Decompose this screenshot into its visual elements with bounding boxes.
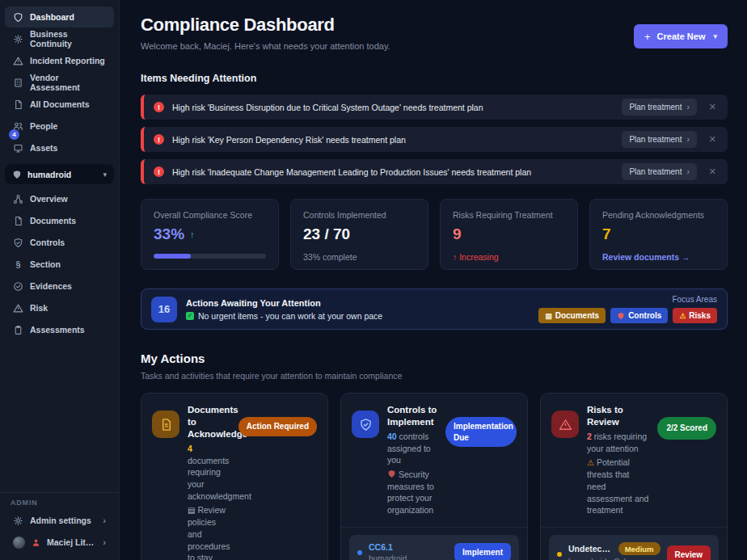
shield-check-icon [352,411,379,438]
stat-card-controls-implemented: Controls Implemented 23 / 70 33% complet… [290,199,428,270]
focus-tag-risks[interactable]: ⚠ Risks [673,308,717,323]
sidebar-item-label: Dashboard [30,12,74,22]
sidebar-item-assessments[interactable]: Assessments [5,319,114,340]
arrow-right-icon: → [682,252,690,262]
admin-settings-label: Admin settings [30,516,91,525]
admin-section-label: ADMIN [0,499,119,507]
alert-icon: ! [154,102,164,112]
card-risks-to-review: Risks to Review 2 risks requiring your a… [540,393,728,560]
stat-value: 33% [154,225,184,243]
check-icon: ✓ [186,312,194,320]
stat-value: 7 [602,225,611,243]
status-dot [557,552,562,557]
my-actions-heading: My Actions [141,352,728,365]
file-icon [13,99,23,110]
action-required-badge[interactable]: Action Required [238,417,317,436]
sidebar-item-people[interactable]: People 4 [5,116,114,137]
check-circle-icon [13,281,23,292]
card-desc: Potential threats that need assessment a… [587,457,648,515]
plan-treatment-label: Plan treatment [629,103,682,112]
review-documents-label: Review documents [602,252,679,262]
alert-icon: ! [154,134,164,145]
sidebar-item-label: Vendor Assessment [30,73,106,92]
sidebar: Dashboard Business Continuity Incident R… [0,0,120,560]
sidebar-item-incident-reporting[interactable]: Incident Reporting [5,50,114,71]
alert-text: High risk 'Business Disruption due to Cr… [172,103,614,112]
document-icon [152,411,179,438]
sidebar-item-controls[interactable]: Controls [5,232,114,253]
shield-check-icon [13,238,23,248]
card-documents-to-acknowledge: Documents to Acknowledge 4 documents req… [141,393,328,560]
card-count-text: documents requiring your acknowledgment [188,456,251,501]
org-logo-icon [12,170,22,179]
document-icon: ▤ [188,506,195,515]
sidebar-item-label: All Documents [30,99,90,109]
sidebar-item-label: Assessments [30,325,85,335]
chevron-right-icon: › [686,135,689,144]
plus-icon: + [644,31,651,43]
file-icon [13,216,23,226]
sidebar-item-vendor-assessment[interactable]: Vendor Assessment [5,72,114,93]
stat-note: Increasing [459,252,498,262]
sidebar-item-label: Section [30,259,61,269]
sidebar-item-dashboard[interactable]: Dashboard [5,6,114,27]
sidebar-item-overview[interactable]: Overview [5,188,114,209]
chevron-down-icon: ▾ [103,171,107,179]
dismiss-button[interactable]: ✕ [705,133,720,146]
stat-label: Overall Compliance Score [154,210,266,220]
attention-item: ! High risk 'Key Person Dependency Risk'… [141,127,728,152]
attention-item: ! High risk 'Business Disruption due to … [141,95,728,120]
create-new-label: Create New [657,32,706,41]
stat-label: Controls Implemented [303,210,416,220]
banner-message: No urgent items - you can work at your o… [198,311,382,321]
shield-icon [387,469,396,478]
banner-title: Actions Awaiting Your Attention [186,298,382,308]
sidebar-item-risk[interactable]: Risk [5,297,114,318]
create-new-button[interactable]: + Create New ▾ [634,24,728,48]
risk-name: Undetected Securit... [568,544,613,554]
implementation-due-badge[interactable]: Implementation Due [445,417,517,447]
sidebar-item-business-continuity[interactable]: Business Continuity [5,28,114,49]
review-button[interactable]: Review [667,545,711,560]
admin-settings-item[interactable]: Admin settings › [5,510,114,531]
plan-treatment-button[interactable]: Plan treatment › [622,163,696,180]
card-count: 4 [188,444,192,453]
org-selector[interactable]: humadroid ▾ [5,164,114,184]
org-chart-icon [13,194,23,204]
building-icon [13,78,23,88]
sidebar-item-assets[interactable]: Assets [5,137,114,158]
card-count: 40 [387,432,397,441]
severity-badge: Medium [618,542,660,555]
avatar [13,537,25,549]
stats-row: Overall Compliance Score 33% ↑ Controls … [141,199,728,270]
plan-treatment-button[interactable]: Plan treatment › [622,99,696,116]
plan-treatment-button[interactable]: Plan treatment › [622,131,696,148]
focus-tag-controls[interactable]: Controls [610,308,668,323]
dismiss-button[interactable]: ✕ [705,165,720,179]
shield-icon [617,312,625,320]
clipboard-icon [13,325,23,335]
sidebar-item-label: Assets [30,143,57,153]
control-name: CC6.1 [369,542,448,552]
actions-grid: Documents to Acknowledge 4 documents req… [141,393,728,560]
chevron-right-icon: › [103,537,106,547]
dismiss-button[interactable]: ✕ [705,100,720,114]
card-title: Controls to Implement [387,404,437,428]
implement-button[interactable]: Implement [454,543,511,560]
trend-up-icon: ↑ [453,252,457,262]
sidebar-item-evidences[interactable]: Evidences [5,276,114,297]
focus-tag-documents[interactable]: ▤ Documents [538,308,606,323]
risk-list-item[interactable]: Undetected Securit... Medium humadroid •… [549,535,719,560]
review-documents-link[interactable]: Review documents → [602,252,715,262]
stat-label: Risks Requiring Treatment [453,210,565,220]
gear-icon [13,516,23,526]
sidebar-item-all-documents[interactable]: All Documents [5,94,114,115]
alert-text: High risk 'Key Person Dependency Risk' n… [172,135,614,145]
control-list-item[interactable]: CC6.1 humadroid Implement [349,535,519,560]
scored-badge[interactable]: 2/2 Scored [657,417,716,440]
user-profile-item[interactable]: Maciej Litwiniuk › [5,532,114,553]
sidebar-item-section[interactable]: § Section [5,254,114,275]
stat-card-compliance-score: Overall Compliance Score 33% ↑ [141,199,279,270]
sidebar-item-documents[interactable]: Documents [5,210,114,231]
user-name: Maciej Litwiniuk [47,537,96,547]
